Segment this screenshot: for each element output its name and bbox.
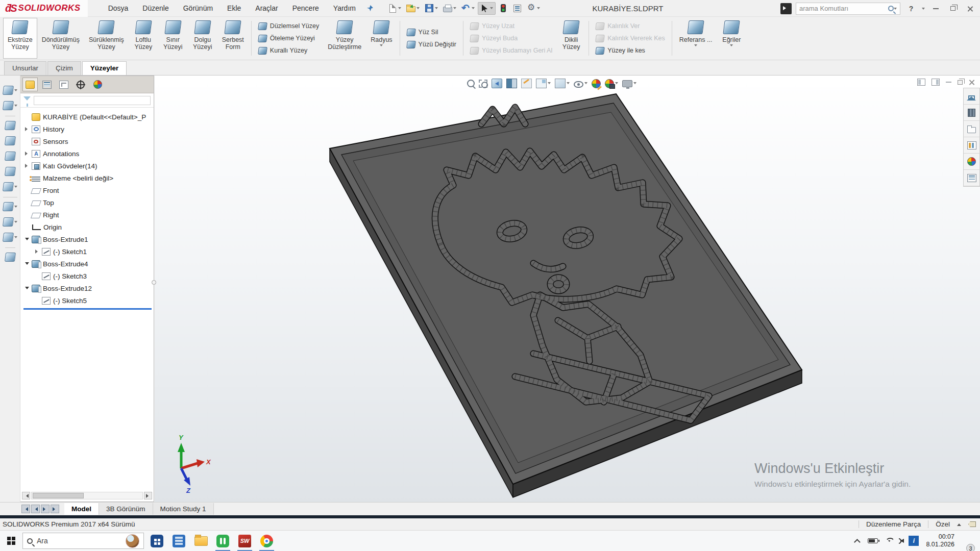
info-tray-icon[interactable]: i: [909, 536, 919, 546]
task-pane-button[interactable]: [964, 121, 979, 137]
ribbon-small-button[interactable]: Yüz Sil: [407, 27, 456, 38]
task-pane-button[interactable]: [964, 137, 979, 154]
commandmanager-tab[interactable]: Çizim: [47, 61, 81, 75]
expand-arrow-icon[interactable]: [23, 126, 31, 133]
hud-button[interactable]: [536, 79, 551, 88]
expand-arrow-icon[interactable]: [23, 236, 31, 243]
task-pane-button[interactable]: [964, 170, 979, 186]
expand-arrow-icon[interactable]: [23, 211, 31, 218]
chevron-down-icon[interactable]: [416, 7, 420, 11]
prev-tab-button[interactable]: [31, 505, 40, 513]
tag-icon[interactable]: [968, 521, 976, 527]
taskbar-app-button[interactable]: [190, 531, 212, 551]
expand-arrow-icon[interactable]: [23, 223, 31, 231]
chevron-down-icon[interactable]: [14, 236, 17, 240]
tree-item[interactable]: Sensors: [20, 135, 154, 147]
ribbon-large-button[interactable]: Serbest Form: [217, 18, 249, 59]
command-search-box[interactable]: arama Komutları: [796, 3, 900, 15]
expand-arrow-icon[interactable]: [34, 272, 41, 280]
tree-item[interactable]: (-) Sketch3: [20, 270, 154, 282]
strip-tool-button[interactable]: [3, 98, 17, 113]
tree-item[interactable]: Annotations: [20, 147, 154, 160]
chevron-down-icon[interactable]: [537, 7, 540, 11]
chevron-down-icon[interactable]: [730, 44, 733, 48]
tray-chevron-icon[interactable]: [854, 539, 861, 545]
strip-tool-button[interactable]: [5, 116, 15, 133]
tree-item[interactable]: Origin: [20, 221, 154, 233]
hud-button[interactable]: [622, 80, 636, 87]
scroll-right-button[interactable]: [144, 492, 152, 499]
hud-button[interactable]: [467, 80, 475, 87]
quick-access-button[interactable]: [511, 3, 524, 14]
commandmanager-tab[interactable]: Yüzeyler: [82, 61, 127, 75]
units-caret-icon[interactable]: [957, 521, 961, 526]
manager-tab[interactable]: [56, 78, 71, 91]
quick-access-button[interactable]: [525, 2, 542, 14]
strip-tool-button[interactable]: [3, 230, 17, 245]
menu-item[interactable]: Görünüm: [177, 2, 219, 15]
strip-tool-button[interactable]: [5, 164, 15, 179]
taskbar-app-button[interactable]: [212, 531, 234, 551]
tree-item[interactable]: Front: [20, 184, 154, 196]
collapse-left-pane-icon[interactable]: [917, 79, 925, 86]
hud-button[interactable]: [605, 79, 618, 88]
ribbon-small-button[interactable]: Kalınlık Vererek Kes: [596, 33, 665, 44]
expand-arrow-icon[interactable]: [23, 174, 31, 182]
chevron-down-icon[interactable]: [14, 186, 17, 189]
hud-button[interactable]: [555, 79, 570, 88]
tree-horizontal-scrollbar[interactable]: [22, 491, 152, 500]
rollback-bar[interactable]: [23, 308, 152, 310]
close-button[interactable]: [964, 4, 977, 14]
chevron-down-icon[interactable]: [567, 82, 570, 86]
chevron-down-icon[interactable]: [694, 44, 697, 48]
manager-tab[interactable]: [73, 78, 88, 91]
ribbon-large-button[interactable]: Sürüklenmiş Yüzey: [84, 18, 129, 59]
collapse-right-pane-icon[interactable]: [932, 79, 940, 86]
quick-access-button[interactable]: [478, 2, 496, 15]
chevron-down-icon[interactable]: [584, 82, 587, 86]
manager-tab[interactable]: [90, 78, 105, 91]
graphics-viewport[interactable]: Y X Z: [155, 76, 980, 502]
expand-arrow-icon[interactable]: [34, 297, 41, 304]
status-units[interactable]: Özel: [936, 520, 950, 528]
tree-item[interactable]: (-) Sketch1: [20, 245, 154, 258]
expand-arrow-icon[interactable]: [23, 150, 31, 157]
chevron-down-icon[interactable]: [548, 82, 551, 86]
ribbon-small-button[interactable]: Kurallı Yüzey: [258, 45, 319, 56]
menu-item[interactable]: Düzenle: [136, 2, 175, 15]
search-launcher-icon[interactable]: [780, 3, 792, 14]
ribbon-small-button[interactable]: Öteleme Yüzeyi: [258, 33, 319, 44]
manager-tab[interactable]: [22, 78, 38, 91]
ribbon-large-button[interactable]: Eğriler: [717, 18, 746, 59]
document-tab[interactable]: Model: [64, 503, 99, 515]
tree-item[interactable]: History: [20, 123, 154, 135]
document-tab[interactable]: 3B Görünüm: [99, 503, 153, 515]
menu-item[interactable]: Araçlar: [249, 2, 284, 15]
doc-close-icon[interactable]: [969, 79, 975, 85]
hud-button[interactable]: [592, 79, 601, 88]
scrollbar-track[interactable]: [31, 492, 143, 499]
chevron-down-icon[interactable]: [380, 44, 383, 48]
wifi-icon[interactable]: [885, 538, 893, 544]
menu-item[interactable]: Dosya: [102, 2, 135, 15]
doc-minimize-icon[interactable]: [946, 82, 951, 83]
quick-access-button[interactable]: [404, 3, 422, 14]
volume-button[interactable]: [900, 538, 901, 544]
strip-tool-button[interactable]: [5, 247, 15, 265]
ribbon-large-button[interactable]: Dikili Yüzey: [556, 18, 586, 59]
quick-access-button[interactable]: [423, 2, 440, 14]
start-button[interactable]: [0, 531, 22, 551]
tree-filter-input[interactable]: [34, 96, 151, 105]
ribbon-small-button[interactable]: Kalınlık Ver: [596, 21, 665, 32]
help-button[interactable]: ?: [904, 4, 918, 14]
taskbar-app-button[interactable]: SW: [234, 531, 256, 551]
tree-item[interactable]: Boss-Extrude12: [20, 282, 154, 294]
ribbon-large-button[interactable]: Sınır Yüzeyi: [158, 18, 188, 59]
task-pane-button[interactable]: [964, 154, 979, 170]
tree-item[interactable]: (-) Sketch5: [20, 294, 154, 307]
quick-access-button[interactable]: [497, 2, 510, 14]
restore-button[interactable]: [946, 4, 960, 14]
commandmanager-tab[interactable]: Unsurlar: [4, 61, 46, 75]
chevron-down-icon[interactable]: [633, 82, 636, 86]
chevron-down-icon[interactable]: [14, 89, 17, 93]
